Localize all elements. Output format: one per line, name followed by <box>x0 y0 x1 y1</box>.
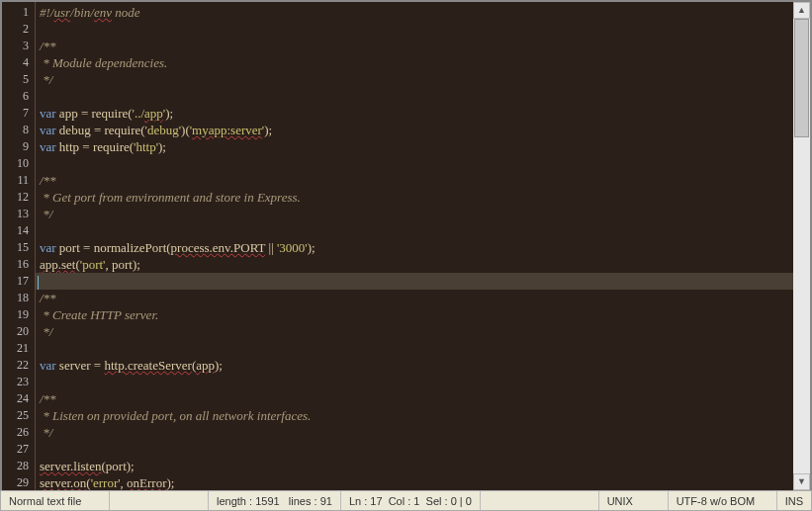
scroll-track[interactable] <box>793 19 810 473</box>
line-number: 5 <box>2 71 35 88</box>
code-token: var <box>40 106 56 121</box>
line-number: 14 <box>2 222 35 239</box>
status-eol: UNIX <box>599 491 669 510</box>
code-line[interactable] <box>36 273 793 290</box>
line-number: 28 <box>2 458 35 474</box>
scroll-thumb[interactable] <box>794 19 809 137</box>
code-line[interactable]: var debug = require('debug')('myapp:serv… <box>36 122 793 138</box>
code-token: */ <box>40 72 52 87</box>
code-token: /** <box>40 173 56 188</box>
line-number: 18 <box>2 290 35 306</box>
code-line[interactable]: var server = http.createServer(app); <box>36 357 793 374</box>
code-line[interactable]: var http = require('http'); <box>36 138 793 155</box>
code-line[interactable]: var app = require('../app'); <box>36 105 793 122</box>
code-token: */ <box>40 425 52 440</box>
status-position: Ln : 17 Col : 1 Sel : 0 | 0 <box>341 491 481 510</box>
code-line[interactable] <box>36 441 793 458</box>
status-encoding: UTF-8 w/o BOM <box>669 491 777 510</box>
vertical-scrollbar[interactable]: ▲ ▼ <box>793 2 810 490</box>
code-line[interactable]: */ <box>36 71 793 88</box>
code-token: ); <box>215 358 223 373</box>
code-line[interactable]: /** <box>36 390 793 407</box>
code-token: usr <box>53 5 70 20</box>
line-number: 19 <box>2 306 35 323</box>
status-ln-label: Ln : <box>349 495 367 507</box>
code-token: var <box>40 358 56 373</box>
line-number: 25 <box>2 407 35 424</box>
code-line[interactable] <box>36 21 793 38</box>
code-line[interactable]: #!/usr/bin/env node <box>36 4 793 21</box>
code-token: myapp:server <box>192 123 262 137</box>
status-lines-value: 91 <box>320 495 332 507</box>
code-token: 'port' <box>80 257 106 272</box>
code-token: app <box>196 358 215 373</box>
code-line[interactable] <box>36 374 793 390</box>
code-line[interactable]: server.on('error', onError); <box>36 474 793 490</box>
code-line[interactable]: */ <box>36 424 793 441</box>
code-token: , port); <box>105 257 139 272</box>
line-number: 29 <box>2 474 35 490</box>
code-token: '../ <box>133 106 144 121</box>
scroll-down-button[interactable]: ▼ <box>793 473 810 490</box>
code-line[interactable]: var port = normalizePort(process.env.POR… <box>36 239 793 256</box>
status-lines-label: lines : <box>289 495 317 507</box>
code-token: var <box>40 240 56 255</box>
line-number: 3 <box>2 38 35 54</box>
code-line[interactable]: * Module dependencies. <box>36 54 793 71</box>
code-line[interactable]: * Listen on provided port, on all networ… <box>36 407 793 424</box>
code-line[interactable] <box>36 88 793 105</box>
line-number: 16 <box>2 256 35 273</box>
code-line[interactable]: */ <box>36 206 793 222</box>
status-length-label: length : <box>217 495 252 507</box>
code-token: ); <box>165 106 173 121</box>
code-token: )( <box>181 123 190 137</box>
editor-area: 1234567891011121314151617181920212223242… <box>0 0 812 490</box>
text-cursor <box>38 276 39 290</box>
code-token: /** <box>40 39 56 53</box>
status-spacer <box>481 491 599 510</box>
code-token: #!/ <box>40 5 53 20</box>
code-token: debug = require( <box>56 123 145 137</box>
code-token: 'error' <box>91 475 121 490</box>
code-area[interactable]: #!/usr/bin/env node/** * Module dependen… <box>36 2 793 490</box>
code-token: * Get port from environment and store in… <box>40 190 301 205</box>
code-token: */ <box>40 324 52 339</box>
code-token: server.listen <box>40 459 101 473</box>
line-number: 27 <box>2 441 35 458</box>
code-line[interactable]: */ <box>36 323 793 340</box>
code-token: * Create HTTP server. <box>40 307 158 322</box>
code-token: * Module dependencies. <box>40 55 167 70</box>
code-line[interactable] <box>36 155 793 172</box>
code-line[interactable]: app.set('port', port); <box>36 256 793 273</box>
status-col-label: Col : <box>389 495 411 507</box>
code-line[interactable]: /** <box>36 38 793 54</box>
code-line[interactable] <box>36 222 793 239</box>
status-bar: Normal text file length : 1591 lines : 9… <box>0 490 812 511</box>
line-number: 26 <box>2 424 35 441</box>
line-number: 13 <box>2 206 35 222</box>
code-token: http.createServer <box>104 358 191 373</box>
scroll-up-button[interactable]: ▲ <box>793 2 810 19</box>
line-number-gutter: 1234567891011121314151617181920212223242… <box>2 2 36 490</box>
code-line[interactable] <box>36 340 793 357</box>
status-sel-label: Sel : <box>426 495 448 507</box>
code-token: http = require( <box>56 139 134 154</box>
status-insert-mode: INS <box>777 491 811 510</box>
line-number: 12 <box>2 189 35 206</box>
code-line[interactable]: * Get port from environment and store in… <box>36 189 793 206</box>
code-line[interactable]: server.listen(port); <box>36 458 793 474</box>
code-token: app.set <box>40 257 75 272</box>
code-line[interactable]: /** <box>36 172 793 189</box>
code-token: ); <box>308 240 316 255</box>
code-line[interactable]: /** <box>36 290 793 306</box>
code-line[interactable]: * Create HTTP server. <box>36 306 793 323</box>
line-number: 11 <box>2 172 35 189</box>
code-token: */ <box>40 207 52 221</box>
line-number: 9 <box>2 138 35 155</box>
code-token: node <box>112 5 140 20</box>
status-col-value: 1 <box>413 495 419 507</box>
line-number: 7 <box>2 105 35 122</box>
code-token: ); <box>264 123 272 137</box>
code-token: env <box>94 5 112 20</box>
line-number: 17 <box>2 273 35 290</box>
